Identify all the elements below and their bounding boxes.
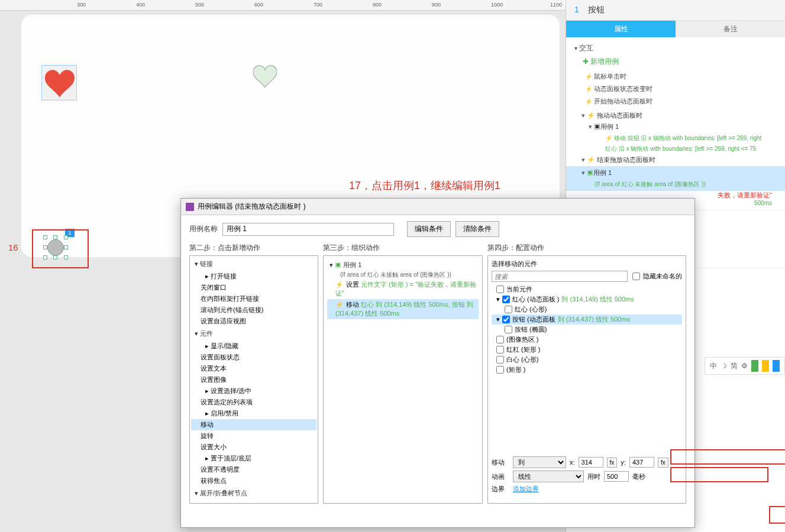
selected-case[interactable]: ▾▣用例 1 (If area of 红心 未接触 area of (图像热区 … xyxy=(566,166,785,191)
step2-heading: 第二步：点击新增动作 xyxy=(189,243,318,253)
inspector-header: 1 按钮 xyxy=(566,0,785,21)
action-set-image[interactable]: 设置图像 xyxy=(191,374,316,385)
annotation-box-21 xyxy=(670,467,768,482)
case-editor-dialog: 用例编辑器 (结束拖放动态面板时 ) 用例名称 编辑条件 清除条件 第二步：点击… xyxy=(180,198,695,528)
tab-notes[interactable]: 备注 xyxy=(676,21,785,37)
ruler-horizontal: 300 400 500 600 700 800 900 1000 1100 xyxy=(0,0,566,11)
ruler-tick: 1100 xyxy=(550,2,562,8)
cb-redheart-child[interactable] xyxy=(505,306,512,313)
settings-icon[interactable]: ⚙ xyxy=(741,362,748,370)
action-rotate[interactable]: 旋转 xyxy=(191,430,316,442)
event-statechange[interactable]: 动态面板状态改变时 xyxy=(585,83,777,95)
action-close-window[interactable]: 关闭窗口 xyxy=(191,282,316,293)
action-set-selected[interactable]: ▸ 设置选择/选中 xyxy=(191,385,316,397)
outline-heart-widget[interactable] xyxy=(253,65,277,87)
organize-list[interactable]: ▾ ▣ 用例 1 (If area of 红心 未接触 area of (图像热… xyxy=(323,255,483,504)
ruler-tick: 300 xyxy=(77,2,86,8)
app-icon xyxy=(186,203,194,211)
case-action[interactable]: ⚡ 移动 按钮 沿 x 轴拖动 with boundaries: [left >… xyxy=(589,133,777,144)
fx-y-button[interactable]: fx xyxy=(658,458,668,468)
event-dragstart[interactable]: 开始拖动动态面板时 xyxy=(585,95,777,108)
bound-label: 边界 xyxy=(492,485,509,494)
clear-condition-button[interactable]: 清除条件 xyxy=(456,221,499,237)
action-set-panel-state[interactable]: 设置面板状态 xyxy=(191,352,316,363)
action-open-link[interactable]: ▸ 打开链接 xyxy=(191,271,316,282)
move-mode-select[interactable]: 到 xyxy=(513,456,566,468)
theme-toggle[interactable]: ☽ xyxy=(721,362,727,370)
simplified-toggle[interactable]: 简 xyxy=(731,361,738,371)
red-heart-widget[interactable] xyxy=(41,65,77,100)
action-set-size[interactable]: 设置大小 xyxy=(191,442,316,453)
color-green[interactable] xyxy=(751,360,758,372)
tab-properties[interactable]: 属性 xyxy=(566,21,676,37)
widget-name: 按钮 xyxy=(588,5,605,14)
action-scroll-to[interactable]: 滚动到元件(锚点链接) xyxy=(191,304,316,316)
action-set-text[interactable]: 设置文本 xyxy=(191,363,316,374)
hide-unnamed-checkbox[interactable] xyxy=(632,273,640,280)
case-node[interactable]: ▾▣用例 1 ⚡ 移动 按钮 沿 x 轴拖动 with boundaries: … xyxy=(582,121,777,154)
color-yellow[interactable] xyxy=(762,360,769,372)
action-move[interactable]: 移动 xyxy=(191,419,316,430)
cb-redheart[interactable] xyxy=(502,296,510,303)
annotation-box-16 xyxy=(32,229,89,268)
ruler-tick: 800 xyxy=(373,2,382,8)
annotation-box-20 xyxy=(670,449,785,465)
inspector-tabs: 属性 备注 xyxy=(566,21,785,37)
case-condition-row: (If area of 红心 未接触 area of (图像热区 )) xyxy=(327,271,479,279)
section-heading[interactable]: 交互 xyxy=(574,41,777,56)
event-drag-node[interactable]: ▾⚡ 拖动动态面板时 ▾▣用例 1 ⚡ 移动 按钮 沿 x 轴拖动 with b… xyxy=(574,110,777,155)
case-row[interactable]: ▾ ▣ 用例 1 xyxy=(327,259,479,271)
action-list[interactable]: ▾链接 ▸ 打开链接 关闭窗口 在内部框架打开链接 滚动到元件(锚点链接) 设置… xyxy=(189,255,318,504)
move-label: 移动 xyxy=(492,458,509,467)
action-focus[interactable]: 获得焦点 xyxy=(191,475,316,486)
add-boundary-link[interactable]: 添加边界 xyxy=(513,485,539,494)
case-name-input[interactable] xyxy=(222,223,394,236)
anim-mode-select[interactable]: 线性 xyxy=(513,471,584,482)
time-label: 用时 xyxy=(587,472,600,481)
dialog-titlebar[interactable]: 用例编辑器 (结束拖放动态面板时 ) xyxy=(181,199,694,215)
x-input[interactable] xyxy=(579,457,603,468)
case-condition: (If area of 红心 未接触 area of (图像热区 )) xyxy=(582,179,777,190)
action-show-hide[interactable]: ▸ 显示/隐藏 xyxy=(191,340,316,352)
case-action[interactable]: 红心 沿 x 轴拖动 with boundaries: [left >= 269… xyxy=(589,144,777,154)
add-case-link[interactable]: 新增用例 xyxy=(574,56,777,68)
ruler-tick: 700 xyxy=(314,2,322,8)
ruler-tick: 600 xyxy=(254,2,263,8)
action-open-in-frame[interactable]: 在内部框架打开链接 xyxy=(191,293,316,304)
cb-white[interactable] xyxy=(496,356,504,364)
cb-rect2[interactable] xyxy=(496,366,504,374)
action-adaptive-view[interactable]: 设置自适应视图 xyxy=(191,316,316,327)
annotation-17: 17，点击用例1，继续编辑用例1 xyxy=(349,179,500,193)
action-set-opacity[interactable]: 设置不透明度 xyxy=(191,464,316,475)
config-panel: 选择移动的元件 隐藏未命名的 当前元件 ▾红心 (动态面板 ) 到 (314,1… xyxy=(487,255,686,504)
cb-button[interactable] xyxy=(502,316,510,323)
config-title: 选择移动的元件 xyxy=(492,259,682,268)
time-input[interactable] xyxy=(604,471,629,482)
annotation-16: 16 xyxy=(8,242,18,252)
event-list: 鼠标单击时 动态面板状态改变时 开始拖动动态面板时 xyxy=(585,70,777,108)
annotation-box-22 xyxy=(769,506,785,524)
x-label: x: xyxy=(570,459,575,466)
cb-button-child[interactable] xyxy=(505,326,512,333)
anim-label: 动画 xyxy=(492,472,509,481)
y-input[interactable] xyxy=(629,457,654,468)
color-blue[interactable] xyxy=(773,360,780,372)
fx-x-button[interactable]: fx xyxy=(607,458,618,468)
section-interactions: 交互 新增用例 鼠标单击时 动态面板状态改变时 开始拖动动态面板时 ▾⚡ 拖动动… xyxy=(566,37,785,210)
edit-condition-button[interactable]: 编辑条件 xyxy=(407,221,451,237)
cb-current[interactable] xyxy=(496,286,504,293)
cb-rect[interactable] xyxy=(496,346,504,353)
action-enable-disable[interactable]: ▸ 启用/禁用 xyxy=(191,408,316,419)
step4-heading: 第四步：配置动作 xyxy=(487,243,686,253)
lang-toggle[interactable]: 中 xyxy=(710,361,717,371)
action-set-list-item[interactable]: 设置选定的列表项 xyxy=(191,397,316,408)
search-input[interactable] xyxy=(492,271,628,282)
event-onclick[interactable]: 鼠标单击时 xyxy=(585,70,777,83)
event-dragdrop-node[interactable]: ▾⚡ 结束拖放动态面板时 xyxy=(574,154,777,166)
action-row-move[interactable]: ⚡移动 红心 到 (314,149) 线性 500ms, 按钮 到 (314,4… xyxy=(327,299,479,319)
cb-hotzone[interactable] xyxy=(496,336,504,343)
ruler-tick: 1000 xyxy=(491,2,503,8)
widget-index: 1 xyxy=(574,5,579,14)
action-row-settext[interactable]: ⚡设置 元件文字 (矩形 ) = "验证失败，请重新验证" xyxy=(327,279,479,299)
action-bring-front-back[interactable]: ▸ 置于顶层/底层 xyxy=(191,453,316,464)
